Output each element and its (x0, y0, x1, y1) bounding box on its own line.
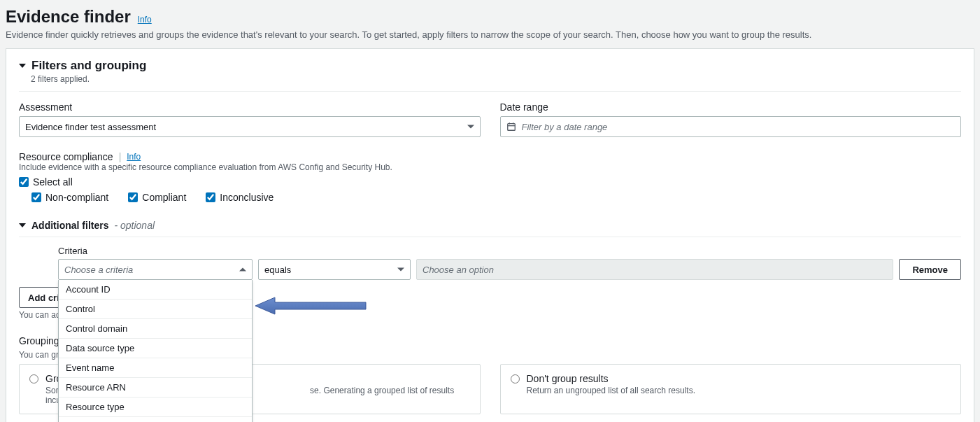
compliant-label: Compliant (142, 192, 186, 203)
remove-button[interactable]: Remove (899, 259, 961, 280)
filters-applied-count: 2 filters applied. (31, 74, 961, 84)
compliance-description: Include evidence with a specific resourc… (19, 162, 961, 172)
dont-group-radio[interactable] (511, 374, 520, 384)
criteria-option-resource-arn[interactable]: Resource ARN (59, 378, 252, 398)
caret-up-icon (239, 268, 246, 272)
select-all-checkbox[interactable] (19, 177, 29, 187)
compliance-label: Resource compliance (19, 151, 113, 162)
date-range-label: Date range (500, 101, 962, 113)
criteria-option-service[interactable]: Service (59, 417, 252, 422)
filters-title: Filters and grouping (31, 59, 146, 73)
dont-group-title: Don't group results (527, 373, 695, 384)
criteria-option-account-id[interactable]: Account ID (59, 280, 252, 300)
compliance-info-link[interactable]: Info (127, 152, 141, 162)
caret-down-icon (467, 125, 474, 129)
caret-down-icon (19, 64, 26, 68)
filters-panel: Filters and grouping 2 filters applied. … (6, 48, 974, 422)
additional-filters-header[interactable]: Additional filters - optional (19, 220, 961, 231)
criteria-placeholder: Choose a criteria (64, 265, 133, 275)
compliant-checkbox[interactable] (128, 192, 138, 202)
page-title: Evidence finder (6, 7, 131, 27)
criteria-option-resource-type[interactable]: Resource type (59, 398, 252, 417)
criteria-option-control-domain[interactable]: Control domain (59, 319, 252, 339)
dont-group-option[interactable]: Don't group results Return an ungrouped … (501, 365, 961, 404)
inconclusive-checkbox[interactable] (206, 192, 215, 202)
dont-group-desc: Return an ungrouped list of all search r… (527, 386, 695, 395)
assessment-value: Evidence finder test assessment (25, 122, 156, 132)
date-range-placeholder: Filter by a date range (522, 122, 608, 132)
calendar-icon (506, 122, 516, 132)
page-description: Evidence finder quickly retrieves and gr… (6, 29, 974, 48)
value-input[interactable]: Choose an option (416, 259, 893, 280)
additional-filters-title: Additional filters (31, 220, 108, 231)
criteria-dropdown: Account ID Control Control domain Data s… (58, 280, 253, 422)
caret-down-icon (397, 268, 404, 272)
value-placeholder: Choose an option (422, 265, 494, 275)
filters-header[interactable]: Filters and grouping (19, 59, 961, 73)
date-range-input[interactable]: Filter by a date range (500, 116, 962, 137)
info-link[interactable]: Info (138, 15, 152, 24)
criteria-option-control[interactable]: Control (59, 300, 252, 319)
operator-select[interactable]: equals (258, 259, 411, 280)
optional-hint: - optional (114, 220, 155, 231)
select-all-label: Select all (33, 176, 73, 188)
criteria-select[interactable]: Choose a criteria (58, 259, 253, 280)
noncompliant-label: Non-compliant (45, 192, 108, 203)
criteria-option-data-source-type[interactable]: Data source type (59, 339, 252, 358)
svg-rect-0 (507, 124, 515, 131)
assessment-label: Assessment (19, 101, 481, 113)
operator-value: equals (264, 265, 291, 275)
assessment-select[interactable]: Evidence finder test assessment (19, 116, 481, 137)
group-results-radio[interactable] (29, 374, 38, 384)
noncompliant-checkbox[interactable] (31, 192, 41, 202)
criteria-option-event-name[interactable]: Event name (59, 358, 252, 378)
inconclusive-label: Inconclusive (220, 192, 274, 203)
criteria-label: Criteria (58, 246, 253, 256)
caret-down-icon (19, 223, 26, 227)
